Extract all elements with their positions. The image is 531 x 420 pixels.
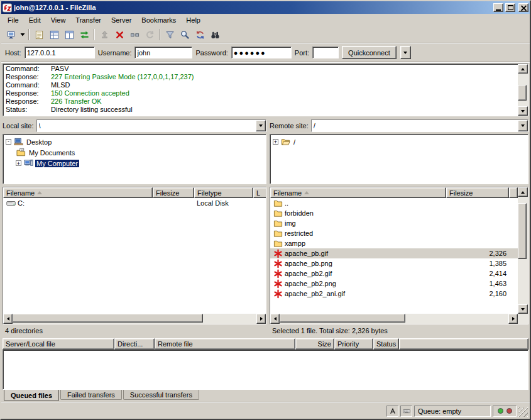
size-text: 2,414 [489, 270, 506, 277]
name-cell: apache_pb2_ani.gif [270, 289, 446, 299]
scroll-up-button[interactable] [518, 64, 528, 74]
scrollbar-track[interactable] [280, 314, 508, 324]
tab-failed-transfers[interactable]: Failed transfers [60, 390, 122, 400]
column-header-filesize[interactable]: Filesize [153, 187, 194, 198]
column-header-filename[interactable]: Filename [270, 187, 446, 198]
name-cell: .. [270, 198, 446, 208]
find-button[interactable] [207, 28, 222, 41]
remote-vertical-scrollbar[interactable] [518, 187, 528, 314]
close-button[interactable] [518, 3, 528, 12]
resize-grip[interactable] [518, 407, 528, 417]
local-site-combo[interactable] [36, 119, 266, 132]
tree-item-item[interactable]: +/ [271, 136, 527, 147]
compare-button[interactable] [177, 28, 192, 41]
sync-browsing-button[interactable] [192, 28, 207, 41]
minimize-button[interactable] [493, 3, 503, 12]
log-scrollbar[interactable] [518, 64, 528, 116]
column-header-server-local-file[interactable]: Server/Local file [3, 338, 114, 350]
remote-site-dropdown-button[interactable] [518, 120, 528, 131]
filter-button[interactable] [162, 28, 177, 41]
scroll-up-button[interactable] [518, 187, 528, 197]
username-input[interactable] [134, 47, 192, 58]
name-text: .. [285, 199, 288, 207]
column-header-l[interactable]: L [253, 187, 266, 198]
refresh-button[interactable] [77, 28, 92, 41]
remote-site-path-input[interactable] [312, 120, 518, 131]
file-row-c[interactable]: C:Local Disk [3, 198, 266, 208]
file-row-apache-pb2-gif[interactable]: apache_pb2.gif2,414 [270, 268, 518, 279]
tree-item-my-documents[interactable]: My Documents [4, 147, 265, 158]
remote-horizontal-scrollbar[interactable] [270, 314, 518, 324]
tree-expander-plus[interactable]: + [16, 160, 21, 166]
scroll-right-button[interactable] [508, 314, 518, 324]
file-row-item[interactable]: .. [270, 198, 518, 208]
folder-icon [273, 208, 283, 218]
file-row-apache-pb2-png[interactable]: apache_pb2.png1,463 [270, 279, 518, 289]
column-header-priority[interactable]: Priority [334, 338, 373, 350]
scroll-left-button[interactable] [270, 314, 280, 324]
quickconnect-button[interactable]: Quickconnect [342, 46, 397, 59]
quickconnect-dropdown-button[interactable] [400, 46, 411, 59]
scrollbar-thumb[interactable] [518, 203, 527, 259]
menu-edit[interactable]: Edit [24, 14, 46, 26]
tree-item-desktop[interactable]: -Desktop [4, 136, 265, 147]
scrollbar-thumb[interactable] [13, 314, 203, 323]
maximize-button[interactable] [505, 3, 515, 12]
file-row-xampp[interactable]: xampp [270, 238, 518, 248]
reconnect-button[interactable] [142, 28, 157, 41]
column-header-filler [509, 187, 518, 198]
scrollbar-track[interactable] [518, 74, 528, 106]
menu-view[interactable]: View [46, 14, 71, 26]
scrollbar-track[interactable] [13, 314, 256, 324]
column-header-filename[interactable]: Filename [3, 187, 153, 198]
file-row-img[interactable]: img [270, 218, 518, 228]
type-text: Local Disk [197, 199, 229, 207]
toggle-message-log-button[interactable] [31, 28, 47, 41]
menu-help[interactable]: Help [181, 14, 205, 26]
tab-successful-transfers[interactable]: Successful transfers [123, 390, 199, 400]
menu-file[interactable]: File [3, 14, 24, 26]
tree-item-my-computer[interactable]: +My Computer [4, 158, 265, 169]
scrollbar-track[interactable] [518, 197, 528, 304]
scroll-right-button[interactable] [256, 314, 266, 324]
tab-queued-files[interactable]: Queued files [4, 390, 59, 401]
log-text: 227 Entering Passive Mode (127,0,0,1,17,… [51, 73, 194, 80]
local-horizontal-scrollbar[interactable] [3, 314, 266, 324]
column-header-remote-file[interactable]: Remote file [155, 338, 295, 350]
scrollbar-thumb[interactable] [518, 85, 527, 101]
scroll-down-button[interactable] [518, 106, 528, 116]
scroll-down-button[interactable] [518, 304, 528, 314]
column-header-size[interactable]: Size [295, 338, 334, 350]
file-row-restricted[interactable]: restricted [270, 228, 518, 238]
local-site-dropdown-button[interactable] [256, 120, 266, 131]
disconnect-button[interactable] [127, 28, 142, 41]
local-site-path-input[interactable] [37, 120, 256, 131]
scrollbar-thumb[interactable] [280, 314, 405, 323]
remote-site-combo[interactable] [311, 119, 528, 132]
column-header-filesize[interactable]: Filesize [446, 187, 509, 198]
process-queue-button[interactable] [97, 28, 112, 41]
menu-bookmarks[interactable]: Bookmarks [136, 14, 181, 26]
folder-icon [273, 228, 283, 238]
titlebar[interactable]: john@127.0.0.1 - FileZilla [1, 1, 530, 14]
file-row-apache-pb2-ani-gif[interactable]: apache_pb2_ani.gif2,160 [270, 289, 518, 299]
host-input[interactable] [25, 47, 95, 58]
column-header-filetype[interactable]: Filetype [194, 187, 253, 198]
toggle-local-tree-button[interactable] [47, 28, 62, 41]
port-input[interactable] [312, 47, 339, 58]
file-row-apache-pb-gif[interactable]: apache_pb.gif2,326 [270, 248, 518, 258]
file-row-apache-pb-png[interactable]: apache_pb.png1,385 [270, 258, 518, 268]
tree-expander-plus[interactable]: + [273, 139, 278, 145]
password-input[interactable] [231, 47, 292, 58]
cancel-button[interactable] [112, 28, 127, 41]
column-header-status[interactable]: Status [373, 338, 399, 350]
file-row-forbidden[interactable]: forbidden [270, 208, 518, 218]
site-manager-button[interactable] [4, 28, 19, 41]
menu-server[interactable]: Server [106, 14, 136, 26]
column-header-directi[interactable]: Directi... [114, 338, 155, 350]
tree-expander-minus[interactable]: - [6, 139, 11, 145]
toggle-remote-tree-button[interactable] [62, 28, 77, 41]
scroll-left-button[interactable] [3, 314, 13, 324]
menu-transfer[interactable]: Transfer [70, 14, 106, 26]
site-manager-dropdown-button[interactable] [19, 28, 26, 41]
